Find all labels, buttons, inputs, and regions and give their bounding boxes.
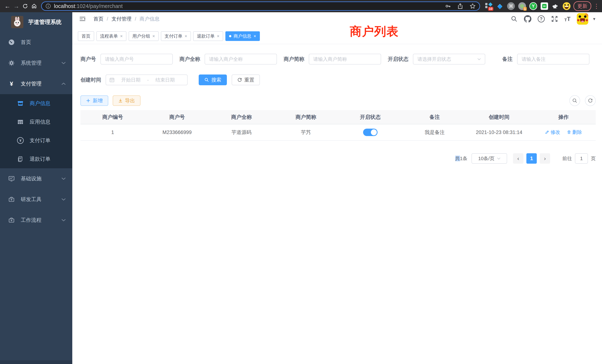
user-avatar[interactable] [577, 13, 588, 25]
trash-icon [567, 130, 571, 134]
page-content: 商户号 商户全称 商户简称 开启状态 请选择开启状态 [72, 44, 602, 364]
reload-icon [22, 3, 28, 9]
tab-close-icon[interactable]: × [254, 34, 256, 38]
full-name-input[interactable] [205, 54, 277, 64]
address-bar[interactable]: localhost:1024/pay/merchant [41, 1, 480, 11]
col-full-name: 商户全称 [209, 110, 274, 124]
fullscreen-button[interactable] [551, 15, 558, 22]
browser-update-button[interactable]: 更新 [573, 1, 591, 11]
cell-full-name: 芋道源码 [209, 124, 274, 140]
site-info-icon[interactable] [45, 3, 51, 9]
emoji-extension-icon[interactable] [562, 2, 571, 10]
tab-close-icon[interactable]: × [185, 34, 187, 38]
tab-merchant-info[interactable]: 商户信息 × [225, 31, 260, 41]
tab-user-group[interactable]: 用户分组 × [129, 31, 159, 41]
merchant-table: 商户编号 商户号 商户全称 商户简称 开启状态 备注 创建时间 操作 1 M23… [80, 110, 596, 141]
tab-process-form[interactable]: 流程表单 × [96, 31, 126, 41]
remark-input[interactable] [517, 54, 589, 64]
merchant-no-input[interactable] [100, 54, 173, 64]
add-button[interactable]: 新增 [80, 96, 108, 106]
reset-button[interactable]: 重置 [232, 75, 260, 85]
sidebar-item-app-info[interactable]: 应用信息 [0, 113, 72, 131]
remark-field: 备注 [502, 54, 589, 64]
sidebar-collapse-button[interactable] [79, 15, 86, 22]
date-range-picker[interactable]: - [106, 75, 188, 85]
notifier-extension-icon[interactable]: 1 [518, 2, 526, 10]
refresh-table-button[interactable] [585, 95, 596, 106]
add-button-label: 新增 [93, 97, 103, 104]
browser-reload-button[interactable] [21, 2, 30, 11]
total-prefix: 共 [455, 156, 460, 161]
breadcrumb-home[interactable]: 首页 [93, 16, 103, 22]
calendar-icon [109, 77, 115, 83]
yen-icon: ¥ [8, 80, 15, 87]
tab-pay-order[interactable]: 支付订单 × [161, 31, 191, 41]
short-name-input[interactable] [309, 54, 381, 64]
prev-page-button[interactable]: ‹ [513, 153, 523, 164]
header-search-button[interactable] [511, 15, 518, 22]
next-page-button[interactable]: › [540, 153, 550, 164]
edit-pencil-icon [545, 130, 549, 134]
sidebar-item-label: 系统管理 [21, 60, 42, 66]
sidebar-item-payment[interactable]: ¥ 支付管理 [0, 73, 72, 94]
short-name-field: 商户简称 [284, 54, 381, 64]
password-key-icon[interactable] [445, 3, 451, 9]
breadcrumb-separator: / [135, 16, 136, 22]
active-tab-dot [229, 35, 231, 37]
browser-home-button[interactable] [30, 2, 39, 11]
plus-icon [86, 98, 90, 103]
tab-refund-order[interactable]: 退款订单 × [193, 31, 223, 41]
goto-page-input[interactable] [575, 153, 588, 164]
export-button[interactable]: 导出 [113, 96, 140, 106]
refresh-icon [237, 77, 242, 82]
tab-close-icon[interactable]: × [120, 34, 123, 38]
command-extension-icon[interactable]: ⌘ [507, 2, 515, 10]
help-button[interactable]: ? [538, 15, 545, 22]
end-date-input[interactable] [151, 77, 180, 83]
show-search-toggle-button[interactable] [569, 95, 580, 106]
tab-label: 用户分组 [132, 33, 150, 39]
sidebar-item-refund-order[interactable]: 退款订单 [0, 150, 72, 168]
github-link[interactable] [524, 15, 531, 23]
sidebar-item-infrastructure[interactable]: 基础设施 [0, 168, 72, 189]
delete-link[interactable]: 删除 [567, 129, 582, 136]
bookmark-star-icon[interactable] [470, 3, 476, 9]
sidebar-item-dev-tools[interactable]: 研发工具 [0, 189, 72, 210]
status-toggle-on[interactable] [363, 129, 377, 136]
sidebar-item-system[interactable]: 系统管理 [0, 53, 72, 73]
edit-link-label: 修改 [550, 129, 560, 136]
app-logo-row[interactable]: 芋道管理系统 [0, 12, 72, 32]
sidebar-item-label: 研发工具 [21, 196, 42, 203]
edit-link[interactable]: 修改 [545, 129, 560, 136]
sidebar-item-label: 商户信息 [30, 100, 50, 107]
yudao-extension-icon[interactable]: Y [529, 2, 538, 10]
url-host: localhost [54, 3, 75, 9]
avatar-dropdown-caret-icon[interactable]: ▾ [593, 16, 595, 21]
breadcrumb-payment[interactable]: 支付管理 [112, 16, 132, 22]
status-select[interactable]: 请选择开启状态 [413, 54, 485, 64]
hamburger-collapse-icon [79, 15, 86, 22]
page-size-select[interactable]: 10条/页 [472, 153, 507, 164]
tab-home[interactable]: 首页 [78, 31, 94, 41]
gem-icon: ◆ [497, 2, 502, 10]
notes-extension-icon[interactable] [540, 2, 549, 10]
tab-close-icon[interactable]: × [152, 34, 155, 38]
browser-menu-kebab-icon[interactable]: ⋮ [593, 3, 599, 10]
browser-back-button[interactable]: ← [3, 2, 12, 11]
sidebar-item-merchant-info[interactable]: 商户信息 [0, 94, 72, 113]
sidebar-item-home[interactable]: 首页 [0, 32, 72, 53]
search-button[interactable]: 搜索 [199, 75, 227, 85]
sidebar-item-pay-order[interactable]: ¥ 支付订单 [0, 131, 72, 150]
font-size-button[interactable]: TT [564, 16, 570, 22]
sidebar-item-workflow[interactable]: 工作流程 [0, 210, 72, 231]
start-date-input[interactable] [116, 77, 145, 83]
rabbit-logo [11, 16, 23, 28]
gem-extension-icon[interactable]: ◆ [496, 2, 504, 10]
tab-manager-extension-icon[interactable]: 10 [484, 2, 493, 10]
browser-forward-button[interactable]: → [12, 2, 21, 11]
puzzle-extensions-menu-icon[interactable] [551, 2, 560, 10]
page-1-button[interactable]: 1 [526, 153, 537, 164]
tab-close-icon[interactable]: × [217, 34, 219, 38]
extension-badge: 1 [523, 7, 527, 11]
share-icon[interactable] [457, 3, 463, 9]
